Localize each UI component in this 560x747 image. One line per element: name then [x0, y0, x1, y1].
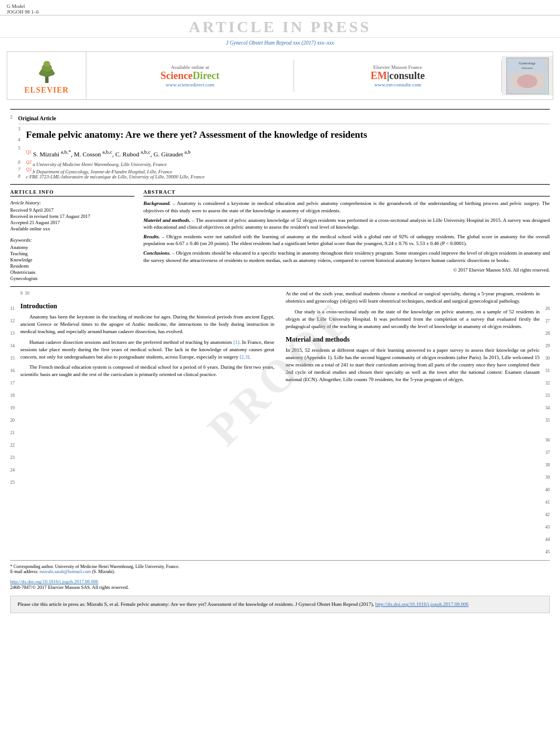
right-para1: At the end of the sixth year, medical st… [286, 290, 540, 305]
abstract-text: Background. – Anatomy is considered a ke… [143, 200, 550, 274]
received-date: Received 9 April 2017 [10, 207, 134, 213]
citation-doi-link[interactable]: http://dx.doi.org/10.1016/j.jogoh.2017.0… [375, 601, 469, 607]
affil-b: b Department of Gynecology, Jeanne-de-Fl… [33, 168, 172, 174]
article-info-header: ARTICLE INFO [10, 189, 134, 196]
keywords-label: Keywords: [10, 237, 134, 243]
history-label: Article history: [10, 200, 134, 206]
line-num-affil-c: 8 [18, 174, 26, 180]
sciencedirect-logo: ScienceDirect [95, 70, 285, 82]
svg-point-4 [39, 71, 46, 76]
line-num-affil-a: 6 [18, 160, 26, 167]
intro-para2: Human cadaver dissection sessions and le… [20, 339, 274, 361]
header-top: G Model JOGOH 98 1–6 [0, 0, 560, 15]
keyword-obstetricians: Obstetricians [10, 269, 134, 275]
keyword-anatomy: Anatomy [10, 244, 134, 250]
ref-1[interactable]: [1] [233, 339, 239, 345]
elsevier-logo: ELSEVIER [24, 56, 69, 95]
background-text: – Anatomy is considered a keystone in me… [143, 200, 550, 213]
cover-image: Gynecology Obstetrics [506, 58, 549, 94]
background-label: Background. [143, 200, 170, 206]
separator-mid [10, 184, 550, 185]
available-date: Available online xxx [10, 226, 134, 231]
masson-name: Elsevier Masson France [303, 64, 492, 70]
bottom-links: http://dx.doi.org/10.1016/j.jogoh.2017.0… [10, 579, 550, 590]
available-text: Available online at [95, 64, 285, 70]
right-para2: Our study is a cross-sectional study on … [286, 308, 540, 330]
elsevier-section: ELSEVIER [7, 52, 86, 99]
article-history: Article history: Received 9 April 2017 R… [10, 200, 134, 231]
abstract-header: ABSTRACT [143, 189, 550, 196]
q2-marker: Q2 [26, 160, 32, 165]
doi-link[interactable]: http://dx.doi.org/10.1016/j.jogoh.2017.0… [10, 579, 98, 584]
section-num-9: 9 [20, 290, 23, 297]
affiliations: 6 Q2 a University of Medicine Henri Ware… [18, 160, 550, 180]
results-text: – Ob/gyn residents were not satisfied wi… [143, 234, 550, 247]
revised-date: Received in revised form 17 August 2017 [10, 213, 134, 219]
g-model-label: G Model [7, 3, 39, 9]
journal-title: J Gynecol Obstet Hum Reprod xxx (2017) x… [0, 38, 560, 48]
material-para: In 2015, 52 residents at different stage… [286, 347, 540, 383]
article-in-press-banner: ARTICLE IN PRESS [0, 15, 560, 38]
abstract-conclusions: Conclusions. – Ob/gyn residents should b… [143, 250, 550, 264]
sciencedirect-section: Available online at ScienceDirect www.sc… [86, 60, 294, 92]
journal-cover: Gynecology Obstetrics [502, 56, 553, 95]
right-line-numbers: 262728 2930 3132 3334 35 36 3738 3940 41… [540, 306, 550, 554]
material-title: Material and methods [286, 335, 540, 344]
conclusions-label: Conclusions. [143, 250, 170, 256]
body-col-left: 9 10 Introduction Anatomy has been the k… [20, 290, 274, 554]
intro-para1: Anatomy has been the keystone in the tea… [20, 313, 274, 335]
svg-rect-0 [45, 76, 49, 83]
section-num-10: 10 [25, 290, 29, 297]
separator-after-type [18, 124, 550, 124]
publisher-banner: ELSEVIER Available online at ScienceDire… [7, 51, 553, 100]
issn-line: 2468-7847/© 2017 Elsevier Masson SAS. Al… [10, 584, 550, 590]
accepted-date: Accepted 21 August 2017 [10, 220, 134, 225]
body-columns: 9 10 Introduction Anatomy has been the k… [20, 290, 540, 554]
abstract-col: ABSTRACT Background. – Anatomy is consid… [143, 189, 550, 282]
citation-box: Please cite this article in press as: Mi… [10, 596, 550, 613]
affil-c: c FRE 3723-LML-laboratoire de mécanique … [26, 174, 204, 180]
svg-text:Obstetrics: Obstetrics [522, 67, 533, 69]
article-info-col: ARTICLE INFO Article history: Received 9… [10, 189, 134, 282]
em-url[interactable]: www.em-consulte.com [303, 82, 492, 88]
intro-title: Introduction [20, 302, 274, 311]
line-num-affil-b: 7 [18, 167, 26, 174]
article-type: Original Article [18, 115, 550, 121]
materiel-label: Materiel and methods. [143, 217, 191, 223]
conclusions-text: – Ob/gyn residents should be educated to… [143, 250, 550, 263]
body-section: 111213 1415 1617 1819 2021 2223 2425 9 1… [10, 290, 550, 554]
svg-text:Gynecology: Gynecology [519, 62, 535, 65]
email-person: (S. Mizrahi). [92, 569, 115, 574]
left-line-numbers: 111213 1415 1617 1819 2021 2223 2425 [10, 306, 20, 554]
keyword-list: Anatomy Teaching Knowledge Residents Obs… [10, 244, 134, 281]
info-abstract-cols: ARTICLE INFO Article history: Received 9… [10, 189, 550, 282]
author-mizrahi: S. Mizrahi a,b,*, M. Cosson a,b,c, C. Ru… [33, 151, 191, 158]
abstract-materiel: Materiel and methods. – The assessment o… [143, 217, 550, 231]
elsevier-tree-icon [30, 56, 64, 85]
line-numbers-article-info: 2 [10, 113, 18, 121]
em-logo: EM|consulte [303, 70, 492, 82]
elsevier-text: ELSEVIER [24, 86, 69, 95]
elsevier-masson-section: Elsevier Masson France EM|consulte www.e… [294, 60, 502, 92]
intro-para3: The French medical education system is c… [20, 364, 274, 378]
email-line: E-mail address: mizrahi.sarah@hotmail.co… [10, 569, 550, 574]
line-nums-title: 3 4 [18, 126, 26, 142]
keyword-residents: Residents [10, 263, 134, 269]
footnote-section: * Corresponding author. University of Me… [10, 560, 550, 574]
q3-marker: Q3 [26, 167, 32, 172]
main-content: 2 Original Article 3 4 Female pelvic ana… [0, 103, 560, 615]
line-num-authors: 5 [18, 146, 26, 151]
corresponding-author: * Corresponding author. University of Me… [10, 564, 550, 569]
ref-2-3[interactable]: [2,3] [240, 354, 250, 360]
abstract-results: Results. – Ob/gyn residents were not sat… [143, 233, 550, 247]
keyword-gynecologists: Gynecologists [10, 276, 134, 281]
svg-point-3 [43, 61, 50, 67]
email-link[interactable]: mizrahi.sarah@hotmail.com [40, 569, 91, 574]
separator-top [10, 109, 550, 110]
separator-body [10, 286, 550, 287]
abstract-background: Background. – Anatomy is considered a ke… [143, 200, 550, 214]
sciencedirect-url[interactable]: www.sciencedirect.com [95, 82, 285, 88]
email-label: E-mail address: [10, 569, 38, 574]
journal-code: JOGOH 98 1–6 [7, 9, 39, 15]
results-label: Results. [143, 234, 160, 239]
